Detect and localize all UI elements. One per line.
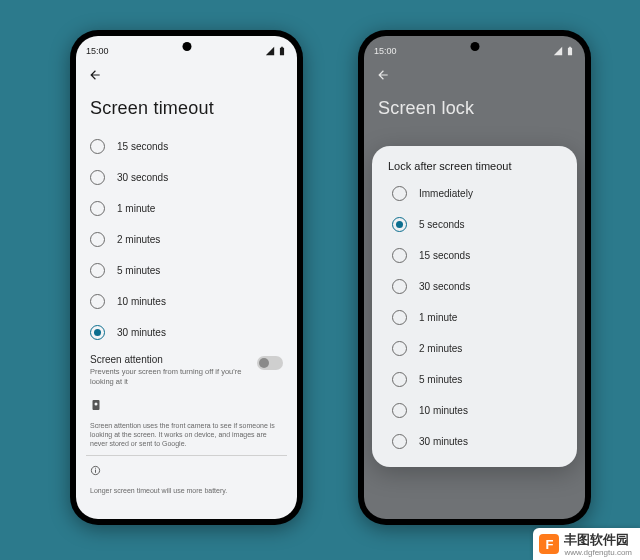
page-title: Screen timeout: [76, 84, 297, 131]
option-label: 2 minutes: [117, 234, 160, 245]
signal-icon: [265, 46, 275, 56]
attention-note: Screen attention uses the front camera t…: [76, 419, 297, 451]
radio-icon: [392, 341, 407, 356]
watermark: F 丰图软件园 www.dgfengtu.com: [533, 528, 640, 560]
divider: [86, 455, 287, 456]
option-label: 10 minutes: [117, 296, 166, 307]
option-label: 1 minute: [117, 203, 155, 214]
arrow-left-icon: [376, 68, 390, 82]
timeout-option-list: 15 seconds 30 seconds 1 minute 2 minutes…: [76, 131, 297, 348]
status-time: 15:00: [86, 46, 109, 56]
svg-rect-2: [95, 468, 96, 469]
page-title: Screen lock: [364, 84, 585, 131]
radio-icon: [392, 434, 407, 449]
radio-icon: [90, 139, 105, 154]
option-label: 5 seconds: [419, 219, 465, 230]
phone-frame-right: 15:00 Screen lock Lock after screen time…: [358, 30, 591, 525]
toggle-knob-icon: [259, 358, 269, 368]
status-time: 15:00: [374, 46, 397, 56]
phone-frame-left: 15:00 Screen timeout 15 seconds 30 secon…: [70, 30, 303, 525]
svg-rect-1: [95, 470, 96, 473]
option-label: 15 seconds: [117, 141, 168, 152]
timeout-option[interactable]: 15 seconds: [80, 131, 293, 162]
battery-note: Longer screen timeout will use more batt…: [76, 484, 297, 497]
lock-option[interactable]: 5 minutes: [382, 364, 567, 395]
lock-option[interactable]: Immediately: [382, 178, 567, 209]
timeout-option[interactable]: 10 minutes: [80, 286, 293, 317]
radio-icon: [392, 186, 407, 201]
lock-option[interactable]: 2 minutes: [382, 333, 567, 364]
radio-icon: [392, 310, 407, 325]
option-label: 30 seconds: [117, 172, 168, 183]
timeout-option[interactable]: 5 minutes: [80, 255, 293, 286]
info-icon-row: [76, 459, 297, 484]
camera-hole-icon: [182, 42, 191, 51]
camera-privacy-icon-row: [76, 393, 297, 419]
option-label: 30 minutes: [117, 327, 166, 338]
lock-option[interactable]: 30 minutes: [382, 426, 567, 457]
radio-icon: [392, 372, 407, 387]
battery-icon: [277, 46, 287, 56]
dialog-title: Lock after screen timeout: [378, 156, 571, 178]
watermark-text: 丰图软件园: [564, 532, 629, 547]
radio-icon: [90, 232, 105, 247]
signal-icon: [553, 46, 563, 56]
radio-icon: [392, 403, 407, 418]
radio-icon: [392, 248, 407, 263]
option-label: 2 minutes: [419, 343, 462, 354]
screen-attention-text: Screen attention Prevents your screen fr…: [90, 354, 249, 387]
battery-icon: [565, 46, 575, 56]
radio-icon: [90, 294, 105, 309]
camera-front-icon: [90, 399, 102, 411]
attention-title: Screen attention: [90, 354, 249, 365]
screen-attention-row[interactable]: Screen attention Prevents your screen fr…: [76, 348, 297, 393]
option-label: 1 minute: [419, 312, 457, 323]
screen-left: 15:00 Screen timeout 15 seconds 30 secon…: [76, 36, 297, 519]
option-label: 5 minutes: [419, 374, 462, 385]
camera-hole-icon: [470, 42, 479, 51]
option-label: 5 minutes: [117, 265, 160, 276]
lock-option-list: Immediately 5 seconds 15 seconds 30 seco…: [378, 178, 571, 457]
option-label: 15 seconds: [419, 250, 470, 261]
arrow-left-icon: [88, 68, 102, 82]
back-button[interactable]: [76, 60, 297, 84]
status-icons: [553, 46, 575, 56]
lock-option[interactable]: 5 seconds: [382, 209, 567, 240]
lock-option[interactable]: 10 minutes: [382, 395, 567, 426]
option-label: 10 minutes: [419, 405, 468, 416]
timeout-option[interactable]: 30 seconds: [80, 162, 293, 193]
timeout-option[interactable]: 2 minutes: [80, 224, 293, 255]
screen-right: 15:00 Screen lock Lock after screen time…: [364, 36, 585, 519]
watermark-badge-icon: F: [539, 534, 559, 554]
radio-icon: [392, 217, 407, 232]
lock-option[interactable]: 1 minute: [382, 302, 567, 333]
option-label: Immediately: [419, 188, 473, 199]
info-icon: [90, 465, 101, 476]
option-label: 30 seconds: [419, 281, 470, 292]
back-button[interactable]: [364, 60, 585, 84]
radio-icon: [90, 201, 105, 216]
status-icons: [265, 46, 287, 56]
radio-icon: [90, 263, 105, 278]
watermark-url: www.dgfengtu.com: [564, 549, 632, 557]
radio-icon: [90, 170, 105, 185]
timeout-option[interactable]: 30 minutes: [80, 317, 293, 348]
radio-icon: [90, 325, 105, 340]
attention-toggle[interactable]: [257, 356, 283, 370]
watermark-text-block: 丰图软件园 www.dgfengtu.com: [564, 531, 632, 557]
lock-option[interactable]: 30 seconds: [382, 271, 567, 302]
lock-timeout-dialog: Lock after screen timeout Immediately 5 …: [372, 146, 577, 467]
attention-subtitle: Prevents your screen from turning off if…: [90, 367, 249, 387]
option-label: 30 minutes: [419, 436, 468, 447]
timeout-option[interactable]: 1 minute: [80, 193, 293, 224]
lock-option[interactable]: 15 seconds: [382, 240, 567, 271]
radio-icon: [392, 279, 407, 294]
